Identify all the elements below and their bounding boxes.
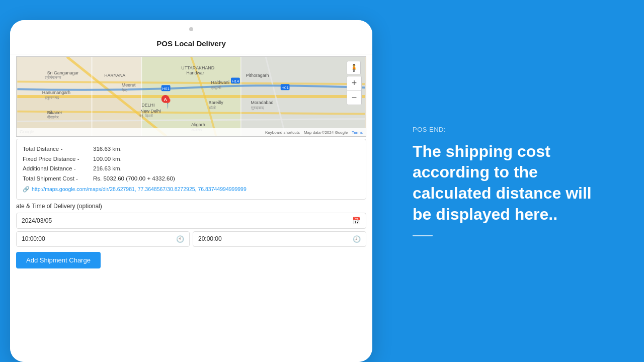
map-controls: 🧍 + −: [347, 61, 362, 105]
time-row: 10:00:00 🕙 20:00:00 🕗: [16, 231, 366, 247]
terms-link[interactable]: Terms: [352, 130, 363, 135]
svg-text:बीकानेर: बीकानेर: [47, 115, 59, 120]
zoom-in-button[interactable]: +: [347, 76, 361, 90]
left-panel: POS Local Delivery: [0, 0, 382, 362]
map-link-row: 🔗 http://maps.google.com/maps/dir/28.627…: [23, 185, 360, 194]
map-data-label: Map data ©2024 Google: [304, 130, 348, 135]
app-title: POS Local Delivery: [156, 39, 226, 48]
time-start-value: 10:00:00: [22, 235, 176, 242]
fixed-price-label: Fixed Price Distance -: [23, 154, 93, 164]
svg-text:Aligarh: Aligarh: [191, 122, 205, 127]
date-value: 2024/03/05: [22, 217, 352, 224]
tablet-inner: POS Local Delivery: [10, 20, 372, 362]
svg-text:H14: H14: [232, 79, 239, 83]
right-main-text: The shipping cost according to the calcu…: [413, 141, 614, 225]
additional-distance-value: 216.63 km.: [93, 164, 122, 174]
svg-text:H01: H01: [281, 85, 288, 90]
street-view-button[interactable]: 🧍: [347, 61, 361, 75]
fixed-price-value: 100.00 km.: [93, 154, 122, 164]
time-end-value: 20:00:00: [198, 235, 353, 242]
datetime-section: ate & Time of Delivery (optional) 2024/0…: [16, 203, 366, 247]
total-distance-row: Total Distance - 316.63 km.: [23, 144, 360, 154]
map-footer: Keyboard shortcuts Map data ©2024 Google…: [17, 128, 366, 136]
svg-text:Sri Ganganagar: Sri Ganganagar: [47, 70, 79, 75]
right-panel: POS END: The shipping cost according to …: [382, 0, 644, 362]
datetime-label: ate & Time of Delivery (optional): [16, 203, 366, 210]
time-end-input[interactable]: 20:00:00 🕗: [193, 231, 366, 247]
total-cost-row: Total Shipment Cost - Rs. 5032.60 (700.0…: [23, 174, 360, 184]
add-shipment-button[interactable]: Add Shipment Charge: [16, 252, 101, 268]
camera-dot: [189, 27, 193, 31]
svg-text:Haridwar: Haridwar: [186, 70, 204, 75]
map-link[interactable]: http://maps.google.com/maps/dir/28.62798…: [32, 185, 247, 194]
tablet-card: POS Local Delivery: [10, 20, 372, 362]
time-start-input[interactable]: 10:00:00 🕙: [16, 231, 190, 247]
svg-text:Haldwani: Haldwani: [211, 80, 230, 85]
fixed-price-row: Fixed Price Distance - 100.00 km.: [23, 154, 360, 164]
svg-text:Bareilly: Bareilly: [209, 100, 224, 105]
calendar-icon: 📅: [352, 217, 361, 225]
svg-text:नई दिल्ली: नई दिल्ली: [138, 113, 152, 118]
svg-text:Moradabad: Moradabad: [251, 100, 274, 105]
right-divider: [413, 235, 433, 236]
svg-text:Meerut: Meerut: [122, 82, 136, 87]
person-icon: 🧍: [350, 64, 358, 72]
info-card: Total Distance - 316.63 km. Fixed Price …: [16, 139, 366, 200]
svg-text:श्रीगंगानगर: श्रीगंगानगर: [44, 75, 61, 80]
svg-text:HARYANA: HARYANA: [104, 73, 125, 78]
svg-text:Bikaner: Bikaner: [47, 110, 62, 115]
svg-text:मेरठ: मेरठ: [121, 87, 128, 93]
svg-text:Pithoragarh: Pithoragarh: [246, 73, 269, 78]
svg-text:मुरादाबाद: मुरादाबाद: [251, 106, 264, 111]
keyboard-shortcuts-label: Keyboard shortcuts: [265, 130, 300, 135]
zoom-controls: + −: [347, 76, 362, 105]
total-distance-value: 316.63 km.: [93, 144, 122, 154]
svg-text:DELHI: DELHI: [141, 103, 154, 108]
app-content: POS Local Delivery: [10, 20, 372, 362]
zoom-out-button[interactable]: −: [347, 90, 361, 105]
additional-distance-label: Additional Distance -: [23, 164, 93, 174]
link-icon: 🔗: [23, 185, 30, 194]
date-input-row[interactable]: 2024/03/05 📅: [16, 213, 366, 229]
svg-text:UTTARAKHAND: UTTARAKHAND: [181, 65, 214, 70]
total-cost-value: Rs. 5032.60 (700.00 + 4332.60): [93, 174, 175, 184]
map-container: Sri Ganganagar श्रीगंगानगर Hanumangarh ह…: [16, 56, 366, 137]
total-cost-label: Total Shipment Cost -: [23, 174, 93, 184]
svg-text:H01: H01: [162, 86, 169, 91]
svg-text:बरेली: बरेली: [208, 105, 216, 110]
svg-text:Hanumangarh: Hanumangarh: [42, 90, 70, 95]
svg-text:हल्द्वानी: हल्द्वानी: [211, 85, 221, 90]
total-distance-label: Total Distance -: [23, 144, 93, 154]
clock-icon-start: 🕙: [176, 235, 184, 243]
map-background: Sri Ganganagar श्रीगंगानगर Hanumangarh ह…: [17, 57, 366, 136]
app-header: POS Local Delivery: [10, 20, 372, 54]
additional-distance-row: Additional Distance - 216.63 km.: [23, 164, 360, 174]
map-svg: Sri Ganganagar श्रीगंगानगर Hanumangarh ह…: [17, 57, 366, 136]
svg-text:A: A: [164, 97, 167, 102]
pos-end-label: POS END:: [413, 126, 614, 133]
svg-text:हनुमानगढ़: हनुमानगढ़: [44, 96, 59, 101]
svg-text:New Delhi: New Delhi: [140, 109, 160, 114]
clock-icon-end: 🕗: [353, 235, 361, 243]
